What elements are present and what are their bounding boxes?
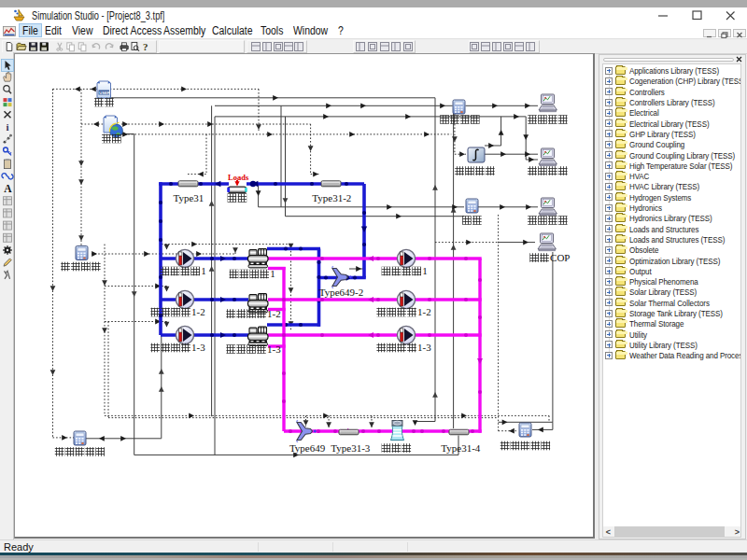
svg-text:Type31-3: Type31-3 [331, 442, 370, 454]
svg-text:1-2: 1-2 [267, 308, 281, 319]
svg-text:i: i [7, 121, 9, 133]
svg-text:1: 1 [201, 265, 206, 276]
svg-text:A: A [4, 183, 12, 194]
svg-text:1: 1 [270, 268, 275, 279]
svg-text:Type649-2: Type649-2 [319, 287, 364, 298]
svg-text:Loads: Loads [228, 173, 249, 182]
svg-text:Type649: Type649 [289, 442, 326, 454]
svg-text:COP: COP [550, 252, 570, 263]
svg-text:USER: USER [99, 91, 110, 95]
svg-text:1: 1 [422, 265, 428, 276]
svg-text:Type31-2: Type31-2 [312, 192, 351, 203]
svg-text:1-3: 1-3 [267, 343, 281, 355]
svg-text:1-2: 1-2 [417, 306, 431, 317]
svg-text:1-3: 1-3 [191, 342, 205, 353]
svg-text:1-3: 1-3 [417, 342, 431, 353]
svg-text:Type31: Type31 [174, 192, 204, 203]
svg-text:Type31-4: Type31-4 [441, 442, 480, 454]
svg-text:1-2: 1-2 [191, 306, 205, 317]
svg-text:?: ? [143, 41, 148, 52]
